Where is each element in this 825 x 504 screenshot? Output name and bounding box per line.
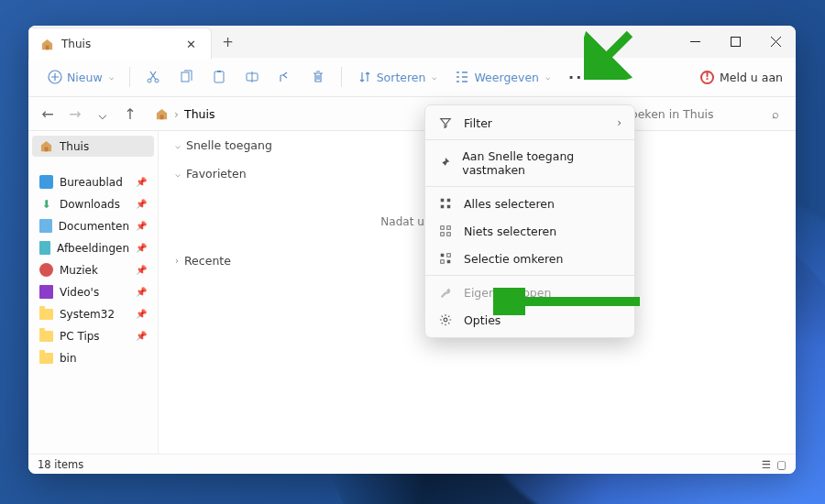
signin-label: Meld u aan [720,71,783,84]
back-button[interactable]: ← [36,102,60,126]
chevron-down-icon[interactable]: ⌵ [91,102,115,126]
pin-icon: 📌 [136,243,147,253]
sidebar-item-videos[interactable]: Video's📌 [32,281,154,302]
signin-button[interactable]: Meld u aan [700,71,783,84]
home-icon [155,107,169,121]
menu-select-none[interactable]: Niets selecteren [425,217,634,245]
select-none-icon [438,224,453,238]
cut-button[interactable] [139,65,167,89]
pin-icon: 📌 [136,177,147,187]
image-icon [39,241,50,255]
explorer-window: Thuis ✕ + Nieuw⌵ Sorteren⌵ Weergeven⌵ ··… [28,26,796,474]
search-input[interactable]: oeken in Thuis⌕ [623,102,788,126]
menu-invert-selection[interactable]: Selectie omkeren [425,245,634,272]
plus-circle-icon [48,70,62,84]
grid-view-icon[interactable]: ▢ [776,458,786,471]
filter-icon [438,115,453,130]
svg-rect-9 [447,199,451,203]
menu-label: Selectie omkeren [464,252,563,266]
gear-icon [438,312,453,327]
sidebar-item-documents[interactable]: Documenten📌 [32,215,154,236]
share-icon [278,70,292,84]
download-icon: ⬇ [39,197,53,211]
sidebar-item-desktop[interactable]: Bureaublad📌 [32,171,154,192]
list-view-icon[interactable]: ☰ [762,458,771,471]
group-label: Snelle toegang [186,138,272,152]
copy-button[interactable] [172,65,200,89]
sidebar-item-system32[interactable]: System32📌 [32,303,154,324]
tab-home[interactable]: Thuis ✕ [28,27,212,60]
svg-rect-8 [441,199,445,203]
group-label: Favorieten [186,167,247,181]
sidebar-item-home[interactable]: Thuis [32,136,154,157]
search-icon: ⌕ [772,107,779,121]
close-tab-icon[interactable]: ✕ [182,38,200,51]
sidebar-label: Afbeeldingen [57,242,129,255]
breadcrumb-label: Thuis [184,107,214,121]
svg-point-2 [148,79,151,82]
svg-rect-15 [447,233,451,236]
pin-icon: 📌 [136,309,147,319]
status-bar: 18 items ☰ ▢ [28,454,796,474]
sort-icon [358,70,372,84]
sidebar-label: Bureaublad [60,176,123,189]
sidebar-item-pictures[interactable]: Afbeeldingen📌 [32,237,154,258]
svg-line-21 [598,34,630,66]
up-button[interactable]: ↑ [118,102,142,126]
new-tab-button[interactable]: + [212,26,244,58]
invert-icon [438,251,453,266]
share-button[interactable] [271,65,299,89]
sidebar-label: PC Tips [60,330,100,343]
new-button[interactable]: Nieuw⌵ [41,65,120,89]
svg-rect-17 [447,254,451,257]
sidebar-item-bin[interactable]: bin [32,347,154,368]
home-icon [40,38,54,51]
sidebar-label: System32 [60,308,115,321]
menu-pin[interactable]: Aan Snelle toegang vastmaken [425,143,634,183]
pin-icon [438,156,451,170]
nav-row: ← → ⌵ ↑ › Thuis oeken in Thuis⌕ [28,97,796,130]
annotation-arrow-options [493,288,649,315]
svg-rect-0 [731,38,740,47]
rename-button[interactable] [238,65,266,89]
chevron-down-icon: ⌵ [175,140,181,150]
svg-rect-16 [441,254,445,257]
sidebar-label: bin [60,352,77,365]
chevron-right-icon: › [175,256,179,266]
sidebar-item-downloads[interactable]: ⬇Downloads📌 [32,193,154,214]
trash-icon [311,70,325,84]
svg-rect-13 [447,226,451,230]
sidebar-item-music[interactable]: Muziek📌 [32,259,154,280]
search-placeholder: oeken in Thuis [631,107,714,121]
view-button[interactable]: Weergeven⌵ [448,65,556,89]
pin-icon: 📌 [136,331,147,341]
paste-button[interactable] [205,65,233,89]
sidebar-item-pctips[interactable]: PC Tips📌 [32,325,154,346]
svg-point-20 [444,318,447,322]
menu-label: Niets selecteren [464,225,556,238]
music-icon [39,263,53,277]
wrench-icon [438,285,453,300]
delete-button[interactable] [304,65,332,89]
tab-label: Thuis [61,38,175,50]
copy-icon [179,70,193,84]
close-window-button[interactable] [755,26,796,58]
group-label: Recente [184,254,231,268]
svg-point-3 [155,79,159,82]
sidebar-label: Muziek [60,264,98,277]
menu-select-all[interactable]: Alles selecteren [425,190,634,217]
sidebar-label: Thuis [60,140,89,153]
select-all-icon [438,196,453,211]
sort-button[interactable]: Sorteren⌵ [351,65,444,89]
view-icon [455,70,469,84]
forward-button[interactable]: → [63,102,87,126]
status-text: 18 items [38,458,83,471]
menu-filter[interactable]: Filter› [425,109,634,137]
chevron-right-icon: › [617,116,622,129]
alert-circle-icon [700,71,714,84]
paste-icon [212,70,226,84]
home-icon [39,139,53,153]
minimize-button[interactable] [675,26,715,58]
svg-rect-6 [217,71,221,72]
maximize-button[interactable] [715,26,755,58]
